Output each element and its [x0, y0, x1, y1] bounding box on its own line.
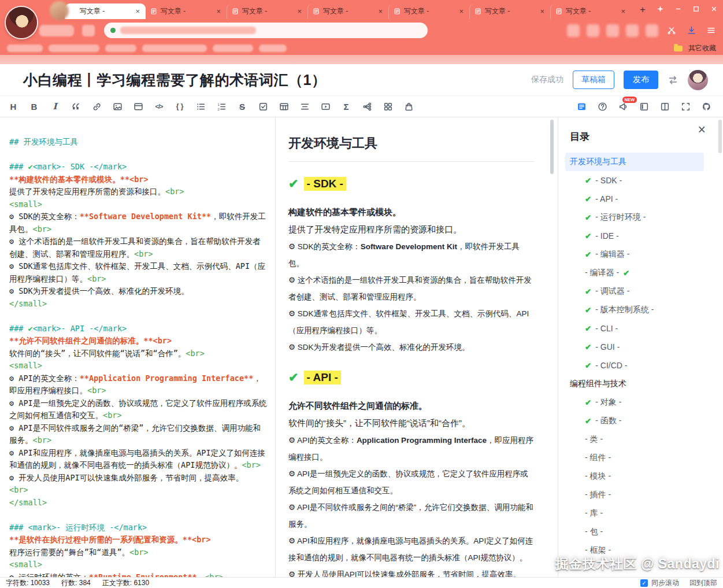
address-bar[interactable] — [104, 23, 428, 38]
toc-item[interactable]: - 编译器 -✔ — [565, 264, 704, 282]
back-to-top-link[interactable]: 回到顶部 — [689, 578, 717, 588]
browser-tab[interactable]: 写文章 -× — [65, 3, 146, 19]
article-header: 小白编程丨学习编程需要了解的术语词汇（1） 保存成功 草稿箱 发布 — [0, 64, 723, 95]
toc-item[interactable]: - 类 - — [565, 430, 704, 449]
snip-icon[interactable] — [665, 24, 678, 37]
minimize-icon[interactable] — [673, 4, 683, 13]
help-icon[interactable] — [596, 100, 609, 113]
preview-scrollbar[interactable] — [550, 120, 554, 574]
toc-item-label: - API - — [595, 194, 618, 204]
goods-icon[interactable] — [402, 100, 415, 113]
preview-text: ⚙ SDK通常包括库文件、软件框架、开发工具、文档、示例代码、API（应用程序编… — [288, 309, 529, 335]
close-icon[interactable]: × — [698, 123, 706, 136]
mindmap-icon[interactable] — [361, 100, 373, 113]
preview-text: ⚙ 这个术语指的是一组软件开发工具和资源的集合，旨在帮助软件开发者创建、测试、部… — [288, 276, 532, 301]
publish-button[interactable]: 发布 — [624, 71, 658, 89]
toc-item[interactable]: ✔- CLI - — [565, 319, 704, 338]
sync-arrows-icon[interactable] — [668, 75, 678, 86]
toc-item[interactable]: ✔- 编辑器 - — [565, 245, 704, 264]
browser-tab[interactable]: 写文章 -× — [388, 3, 469, 19]
two-column-icon[interactable] — [658, 100, 671, 113]
toc-item[interactable]: ✔- IDE - — [565, 227, 704, 245]
other-bookmarks-label[interactable]: 其它收藏 — [688, 43, 716, 53]
code-block-icon[interactable]: { } — [173, 100, 186, 113]
browser-tab[interactable]: 写文章 -× — [227, 3, 307, 19]
announcement-icon[interactable]: NEW — [617, 100, 629, 113]
tab-close-icon[interactable]: × — [539, 7, 546, 16]
source-line: ### <mark>- 运行时环境 -</mark> — [9, 522, 267, 534]
tab-close-icon[interactable]: × — [134, 7, 141, 16]
toc-item-label: - 编译器 - — [585, 268, 619, 278]
source-segment: <mark>- SDK -</mark> — [33, 162, 127, 171]
toc-item[interactable]: 开发环境与工具 — [565, 153, 704, 171]
pin-icon[interactable] — [655, 4, 665, 13]
source-line: ### ✔<mark>- SDK -</mark> — [9, 161, 267, 173]
github-icon[interactable] — [700, 100, 713, 113]
toc-item[interactable]: 编程组件与技术 — [565, 375, 704, 393]
source-segment: ⚙ API和应用程序，就像插座电源与电器插头的关系。API定义了如何连接和通信的… — [9, 448, 265, 470]
heading-icon[interactable]: H — [7, 100, 20, 113]
browser-tab[interactable]: 写文章 -× — [469, 3, 550, 19]
toc-scrollbar[interactable] — [718, 120, 722, 153]
toc-item[interactable]: ✔- 函数 - — [565, 412, 704, 430]
toc-item[interactable]: - 组件 - — [565, 449, 704, 467]
bullet-list-icon[interactable] — [194, 100, 207, 113]
quote-icon[interactable] — [69, 100, 82, 113]
single-column-icon[interactable] — [637, 100, 650, 113]
link-icon[interactable] — [90, 100, 103, 113]
toc-item[interactable]: - 模块 - — [565, 467, 704, 486]
redacted-bookmark — [213, 45, 253, 52]
tab-close-icon[interactable]: × — [215, 7, 222, 16]
toc-item[interactable]: ✔- 运行时环境 - — [565, 208, 704, 227]
source-segment: <br> — [87, 274, 106, 283]
tab-close-icon[interactable]: × — [620, 7, 626, 16]
strikethrough-icon[interactable]: S — [236, 100, 249, 113]
char-count: 字符数: 10033 — [6, 578, 50, 588]
task-list-icon[interactable] — [257, 100, 269, 113]
toc-item[interactable]: ✔- 版本控制系统 - — [565, 301, 704, 319]
formula-icon[interactable]: Σ — [340, 100, 353, 113]
sync-scroll-label[interactable]: 同步滚动 — [651, 578, 679, 588]
sync-scroll-checkbox[interactable]: ✓ — [640, 579, 648, 587]
apps-icon[interactable] — [381, 100, 394, 113]
bold-icon[interactable]: B — [28, 100, 40, 113]
source-segment: 提供了开发特定应用程序所需的资源和接口。 — [9, 187, 165, 196]
toc-item[interactable]: ✔- CI/CD - — [565, 356, 704, 375]
tab-close-icon[interactable]: × — [458, 7, 465, 16]
browser-tab[interactable]: 写文章 -× — [146, 3, 227, 19]
toc-item[interactable]: - 插件 - — [565, 486, 704, 504]
align-icon[interactable] — [298, 100, 311, 113]
banner-icon[interactable] — [132, 100, 144, 113]
new-tab-button[interactable]: + — [636, 3, 650, 17]
user-avatar[interactable] — [688, 70, 708, 90]
maximize-icon[interactable] — [691, 4, 700, 13]
video-icon[interactable] — [319, 100, 332, 113]
source-line: ⚙ 这个术语指的是一组软件开发工具和资源的集合，旨在帮助软件开发者创建、测试、部… — [9, 235, 267, 260]
toc-item[interactable]: ✔- SDK - — [565, 171, 704, 190]
toc-icon[interactable] — [575, 100, 588, 113]
tab-close-icon[interactable]: × — [377, 7, 384, 16]
download-icon[interactable] — [685, 24, 698, 37]
toc-item[interactable]: ✔- 调试器 - — [565, 282, 704, 301]
draft-button[interactable]: 草稿箱 — [573, 71, 614, 89]
toc-item[interactable]: - 库 - — [565, 504, 704, 523]
close-window-icon[interactable] — [709, 4, 718, 13]
toc-item[interactable]: ✔- 对象 - — [565, 393, 704, 412]
fullscreen-icon[interactable] — [679, 100, 692, 113]
markdown-source-editor[interactable]: ## 开发环境与工具 ### ✔<mark>- SDK -</mark>**构建… — [0, 117, 276, 577]
tab-close-icon[interactable]: × — [296, 7, 303, 16]
italic-icon[interactable]: I — [49, 100, 61, 113]
inline-code-icon[interactable]: </> — [153, 100, 165, 113]
menu-icon[interactable] — [705, 24, 717, 37]
redacted-bookmark — [259, 45, 287, 52]
ordered-list-icon[interactable]: 12 — [215, 100, 228, 113]
scrollbar-thumb[interactable] — [550, 120, 554, 174]
image-icon[interactable] — [111, 100, 124, 113]
article-title-input[interactable]: 小白编程丨学习编程需要了解的术语词汇（1） — [23, 71, 326, 90]
toc-item[interactable]: - 包 - — [565, 523, 704, 541]
table-icon[interactable] — [277, 100, 290, 113]
toc-item[interactable]: ✔- GUI - — [565, 338, 704, 356]
browser-tab[interactable]: 写文章 -× — [550, 3, 631, 19]
toc-item[interactable]: ✔- API - — [565, 190, 704, 208]
browser-tab[interactable]: 写文章 -× — [307, 3, 388, 19]
